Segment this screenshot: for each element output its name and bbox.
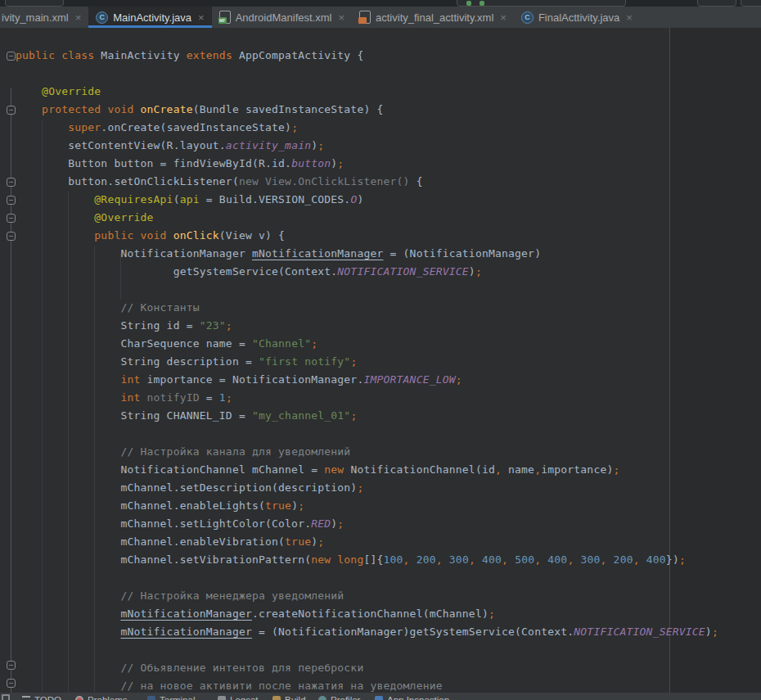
code-line[interactable]: // Обьявление интентов для переброски: [16, 659, 718, 677]
code-editor[interactable]: –––––––– public class MainActivity exten…: [0, 28, 761, 693]
code-token: mChannel.enableVibration(: [16, 535, 285, 548]
tool-window-button-terminal[interactable]: Terminal: [147, 694, 195, 700]
run-icon[interactable]: [466, 1, 471, 6]
code-line[interactable]: protected void onCreate(Bundle savedInst…: [16, 101, 718, 119]
code-token: ;: [456, 373, 462, 386]
tab-finalacttivity-java[interactable]: CFinalActtivity.java×: [514, 7, 640, 28]
fold-marker-icon[interactable]: –: [7, 661, 16, 670]
fold-marker-icon[interactable]: –: [7, 52, 16, 61]
code-line[interactable]: // Настройка менеджера уведомлений: [16, 587, 718, 605]
code-token: api: [180, 193, 200, 205]
code-line[interactable]: mChannel.setDescription(description);: [16, 479, 718, 497]
code-line[interactable]: CharSequence name = "Channel";: [16, 335, 718, 353]
fold-marker-icon[interactable]: –: [7, 178, 16, 187]
fold-marker-icon[interactable]: –: [7, 196, 16, 205]
code-line[interactable]: public void onClick(View v) {: [16, 227, 718, 245]
tool-window-label: Problems: [88, 694, 128, 700]
toolbar-button[interactable]: [697, 0, 736, 7]
fold-marker-icon[interactable]: –: [7, 679, 16, 688]
code-line[interactable]: NotificationChannel mChannel = new Notif…: [16, 461, 718, 479]
code-line[interactable]: button.setOnClickListener(new View.OnCli…: [16, 173, 718, 191]
tool-window-button-profiler[interactable]: Profiler: [318, 694, 360, 700]
code-line[interactable]: [16, 569, 718, 587]
code-line[interactable]: mChannel.setLightColor(Color.RED);: [16, 515, 718, 533]
code-token: ,: [436, 553, 449, 566]
code-line[interactable]: public class MainActivity extends AppCom…: [16, 47, 718, 65]
code-area[interactable]: public class MainActivity extends AppCom…: [0, 28, 718, 693]
close-tab-icon[interactable]: ×: [75, 12, 82, 23]
tab-androidmanifest-xml[interactable]: MFAndroidManifest.xml×: [212, 7, 352, 28]
code-token: @Override: [94, 211, 153, 224]
fold-marker-icon[interactable]: –: [7, 232, 16, 241]
code-token: importance = NotificationManager.: [147, 373, 364, 386]
code-line[interactable]: super.onCreate(savedInstanceState);: [16, 119, 718, 137]
tab-activity-final-acttivity-xml[interactable]: activity_final_acttivity.xml×: [352, 7, 514, 28]
tool-window-button-build[interactable]: Build: [272, 694, 306, 700]
code-token: String CHANNEL_ID =: [16, 409, 252, 422]
code-line[interactable]: [16, 641, 718, 659]
fold-marker-icon[interactable]: –: [7, 214, 16, 223]
code-line[interactable]: @Override: [16, 209, 718, 227]
code-token: [16, 589, 120, 602]
code-token: ;: [226, 391, 232, 404]
tab-mainactivity-java[interactable]: CMainActivity.java×: [88, 7, 211, 28]
tool-window-button-app-inspection[interactable]: App Inspection: [375, 694, 449, 700]
code-line[interactable]: // Настройка канала для уведомлений: [16, 443, 718, 461]
code-token: super: [68, 121, 101, 133]
layout-xml-file-icon: [359, 11, 371, 24]
code-token: ;: [337, 517, 344, 530]
code-token: importance): [541, 463, 613, 476]
logcat-icon: [218, 696, 226, 700]
code-line[interactable]: mNotificationManager = (NotificationMana…: [16, 623, 718, 641]
tab-label: AndroidManifest.xml: [236, 11, 332, 24]
code-line[interactable]: mChannel.enableVibration(true);: [16, 533, 718, 551]
code-token: button.setOnClickListener(: [16, 175, 239, 187]
close-tab-icon[interactable]: ×: [338, 12, 344, 23]
close-tab-icon[interactable]: ×: [500, 12, 507, 23]
code-line[interactable]: String CHANNEL_ID = "my_channel_01";: [16, 407, 718, 425]
editor-tab-bar: ivity_main.xml×CMainActivity.java×MFAndr…: [0, 7, 761, 28]
code-line[interactable]: getSystemService(Context.NOTIFICATION_SE…: [16, 263, 718, 281]
code-line[interactable]: @Override: [16, 83, 718, 101]
code-line[interactable]: String id = "23";: [16, 317, 718, 335]
code-token: true: [265, 499, 291, 512]
tab-ivity-main-xml[interactable]: ivity_main.xml×: [0, 7, 88, 28]
code-line[interactable]: [16, 425, 718, 443]
code-line[interactable]: int notifyID = 1;: [16, 389, 718, 407]
tool-window-button-todo[interactable]: TODO: [22, 694, 61, 700]
code-line[interactable]: String description = "first notify";: [16, 353, 718, 371]
tool-windows-icon[interactable]: [2, 694, 10, 700]
code-line[interactable]: // на новое активити после нажатия на ув…: [16, 677, 718, 693]
build-icon: [272, 696, 281, 700]
code-token: ;: [337, 157, 344, 169]
code-line[interactable]: [16, 65, 718, 83]
close-tab-icon[interactable]: ×: [626, 12, 633, 23]
code-token: mNotificationManager: [120, 625, 252, 638]
code-line[interactable]: setContentView(R.layout.activity_main);: [16, 137, 718, 155]
code-line[interactable]: mChannel.setVibrationPattern(new long[]{…: [16, 551, 718, 569]
code-line[interactable]: [16, 281, 718, 299]
debug-icon[interactable]: [480, 1, 484, 6]
code-token: 200: [417, 553, 436, 566]
code-line[interactable]: // Константы: [16, 299, 718, 317]
tool-window-button-logcat[interactable]: Logcat: [218, 694, 259, 700]
code-token: ,: [633, 553, 646, 566]
code-line[interactable]: mChannel.enableLights(true);: [16, 497, 718, 515]
code-token: (: [173, 193, 180, 205]
code-line[interactable]: @RequiresApi(api = Build.VERSION_CODES.O…: [16, 191, 718, 209]
todo-icon: [22, 696, 30, 700]
tab-label: ivity_main.xml: [2, 11, 69, 24]
code-line[interactable]: NotificationManager mNotificationManager…: [16, 245, 718, 263]
code-token: ): [357, 193, 363, 205]
code-line[interactable]: int importance = NotificationManager.IMP…: [16, 371, 718, 389]
tool-window-button-problems[interactable]: Problems: [75, 694, 128, 700]
toolbar-button[interactable]: [741, 0, 761, 7]
toolbar-button[interactable]: [5, 0, 64, 7]
code-line[interactable]: Button button = findViewById(R.id.button…: [16, 155, 718, 173]
fold-marker-icon[interactable]: –: [7, 106, 16, 115]
code-line[interactable]: mNotificationManager.createNotificationC…: [16, 605, 718, 623]
code-token: NotificationChannel(id: [350, 463, 495, 476]
code-token: ;: [489, 607, 495, 620]
code-token: [16, 662, 120, 674]
close-tab-icon[interactable]: ×: [198, 12, 205, 23]
